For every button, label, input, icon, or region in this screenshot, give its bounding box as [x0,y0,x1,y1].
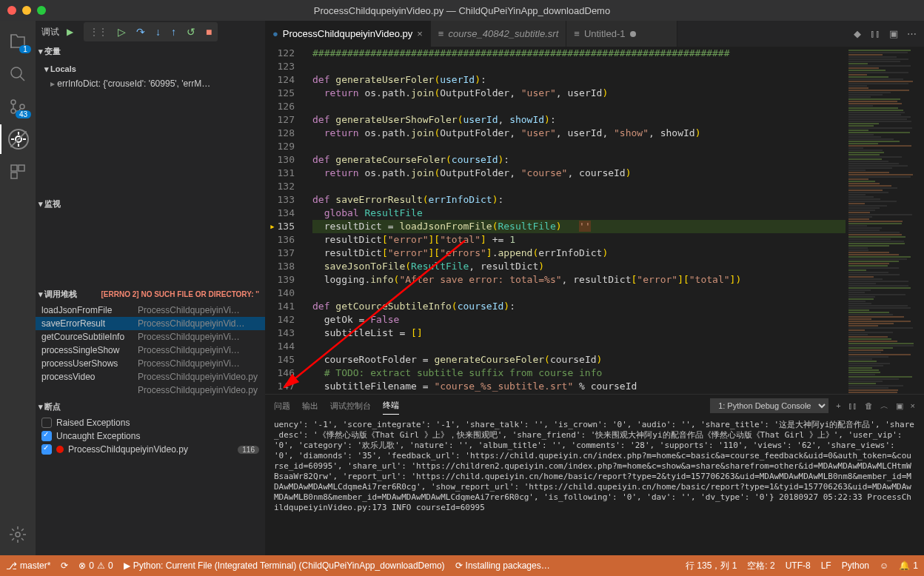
title-bar: ProcessChildqupeiyinVideo.py — ChildQuPe… [0,0,924,21]
warning-icon: ⚠ [97,560,105,571]
debug-console-tab[interactable]: 调试控制台 [330,398,371,415]
callstack-frame[interactable]: getCourceSubtileInfoProcessChildqupeiyin… [36,330,265,344]
maximize-panel-icon[interactable]: ▣ [896,401,903,411]
more-actions-icon[interactable]: ⋯ [907,28,917,39]
explorer-icon[interactable]: 1 [0,27,36,56]
stop-button[interactable]: ■ [206,26,212,38]
source-control-icon[interactable]: 43 [0,92,36,121]
compare-icon[interactable]: ◆ [854,28,861,39]
search-icon[interactable] [0,59,36,89]
svg-point-3 [20,104,24,109]
svg-rect-7 [11,173,17,178]
text-file-icon: ≡ [574,28,580,39]
scm-badge: 43 [16,110,31,118]
svg-point-1 [11,100,16,104]
close-tab-icon[interactable]: × [417,28,423,39]
minimap[interactable] [846,47,924,394]
debug-config-status[interactable]: ▶ Python: Current File (Integrated Termi… [124,560,445,571]
svg-point-0 [11,67,21,78]
bell-icon: 🔔 [899,560,910,571]
terminal-selector[interactable]: 1: Python Debug Console [710,398,828,413]
tab-untitled[interactable]: ≡ Untitled-1 [566,21,677,47]
chevron-up-icon[interactable]: ︿ [880,401,888,412]
close-window-button[interactable] [7,6,16,15]
notifications-status[interactable]: 🔔1 [899,560,918,571]
tab-bar: ● ProcessChildqupeiyinVideo.py × ≡ cours… [265,21,924,47]
installing-status[interactable]: ⟳ Installing packages… [455,560,550,571]
svg-rect-6 [19,165,24,171]
callstack-frame[interactable]: saveErrorResultProcessChildqupeiyinVid… [36,317,265,330]
tab-subtitle-file[interactable]: ≡ course_40842_subtitle.srt [431,21,566,47]
code-editor[interactable]: 1221231241251261271281291301311321331341… [265,47,846,394]
continue-button[interactable]: ▷ [118,26,126,38]
restart-button[interactable]: ↺ [187,26,195,38]
debug-icon[interactable] [0,124,36,154]
new-terminal-icon[interactable]: + [836,401,840,410]
terminal-output[interactable]: uency': '-1', 'score_integrate': '-1', '… [265,417,924,555]
breakpoints-section-header[interactable]: ▾断点 [36,398,265,415]
sync-icon: ⟳ [61,560,68,571]
problems-status[interactable]: ⊗0 ⚠0 [78,560,113,571]
debug-toolbar: ⋮⋮ ▷ ↷ ↓ ↑ ↺ ■ [84,22,218,41]
uncaught-exceptions-checkbox[interactable]: Uncaught Exceptions [36,429,265,443]
tab-main-file[interactable]: ● ProcessChildqupeiyinVideo.py × [265,21,431,47]
callstack-frame[interactable]: loadJsonFromFileProcessChildqupeiyinVi… [36,304,265,317]
svg-point-2 [11,109,16,113]
layout-icon[interactable]: ▣ [889,28,898,39]
debug-label: 调试 [41,26,59,38]
minimize-window-button[interactable] [22,6,31,15]
editor-area: ● ProcessChildqupeiyinVideo.py × ≡ cours… [265,21,924,555]
settings-gear-icon[interactable] [0,520,36,549]
svg-point-4 [16,136,21,142]
svg-rect-5 [11,165,17,171]
git-branch-icon: ⎇ [6,560,17,572]
cursor-position-status[interactable]: 行 135，列 1 [686,560,737,572]
step-into-button[interactable]: ↓ [155,26,161,38]
callstack-section-header[interactable]: ▾调用堆栈 [ERRNO 2] NO SUCH FILE OR DIRECTOR… [36,286,265,302]
callstack-frame[interactable]: processVideoProcessChildqupeiyinVideo.py [36,370,265,384]
callstack-frame[interactable]: ProcessChildqupeiyinVideo.py [36,384,265,397]
split-terminal-icon[interactable]: ⫿⫿ [848,401,857,410]
dirty-indicator-icon [630,31,636,37]
close-panel-icon[interactable]: × [911,401,915,410]
feedback-icon[interactable]: ☺ [880,560,888,571]
error-icon: ⊗ [78,560,86,571]
locals-header[interactable]: ▾Locals [36,61,265,77]
drag-handle-icon[interactable]: ⋮⋮ [90,27,107,37]
step-over-button[interactable]: ↷ [136,26,145,38]
indentation-status[interactable]: 空格: 2 [747,560,774,572]
extensions-icon[interactable] [0,157,36,187]
maximize-window-button[interactable] [37,6,46,15]
step-out-button[interactable]: ↑ [171,26,176,38]
debug-sidebar: 调试 ▶ ⋮⋮ ▷ ↷ ↓ ↑ ↺ ■ ▾变量 ▾Locals ▸ errInf… [36,21,265,555]
callstack-frame[interactable]: processSingleShowProcessChildqupeiyinVi… [36,344,265,357]
activity-bar: 1 43 [0,21,36,555]
callstack-frame[interactable]: processUserShowsProcessChildqupeiyinVi… [36,357,265,370]
loading-icon: ⟳ [455,560,463,571]
problems-tab[interactable]: 问题 [274,398,290,415]
explorer-badge: 1 [19,45,31,53]
variables-section-header[interactable]: ▾变量 [36,43,265,59]
breakpoint-file-item[interactable]: ProcessChildqupeiyinVideo.py 116 [36,443,265,456]
window-title: ProcessChildqupeiyinVideo.py — ChildQuPe… [314,5,610,16]
svg-point-8 [16,532,20,537]
variable-item[interactable]: ▸ errInfoDict: {'crouseId': '60995', 'er… [36,77,265,90]
split-editor-icon[interactable]: ⫿⫿ [870,28,880,39]
encoding-status[interactable]: UTF-8 [786,560,811,571]
language-status[interactable]: Python [842,560,869,571]
bottom-panel: 问题 输出 调试控制台 终端 1: Python Debug Console +… [265,394,924,555]
trash-icon[interactable]: 🗑 [865,401,873,410]
python-file-icon: ● [272,28,278,39]
text-file-icon: ≡ [438,28,444,39]
callstack-error: [ERRNO 2] NO SUCH FILE OR DIRECTORY: '' [101,290,262,298]
start-debug-button[interactable]: ▶ [67,27,73,37]
status-bar: ⎇ master* ⟳ ⊗0 ⚠0 ▶ Python: Current File… [0,555,924,576]
eol-status[interactable]: LF [821,560,831,571]
output-tab[interactable]: 输出 [302,398,318,415]
raised-exceptions-checkbox[interactable]: Raised Exceptions [36,416,265,429]
git-branch-status[interactable]: ⎇ master* [6,560,50,572]
sync-status[interactable]: ⟳ [61,560,68,571]
terminal-tab[interactable]: 终端 [383,397,399,415]
play-icon: ▶ [124,560,130,571]
watch-section-header[interactable]: ▾监视 [36,195,265,212]
